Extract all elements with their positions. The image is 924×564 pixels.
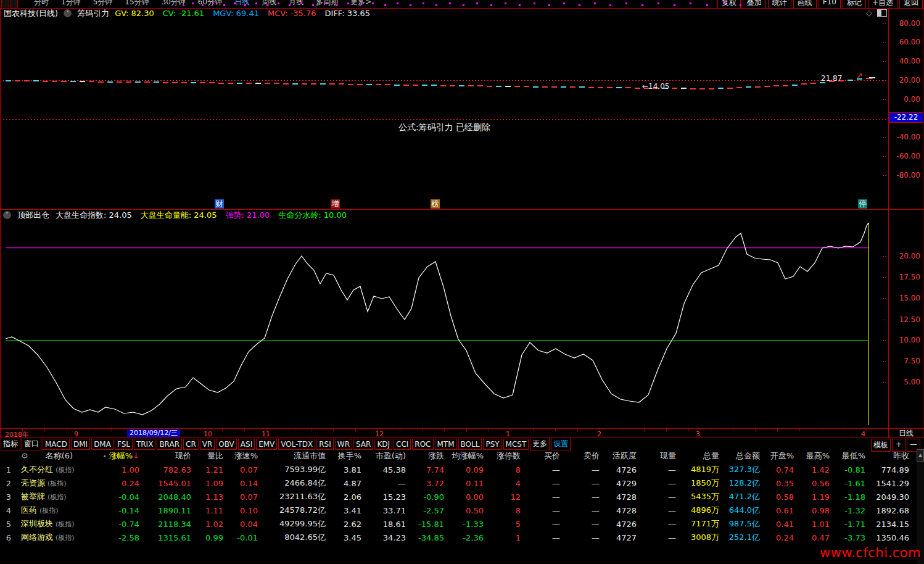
toolbar-button[interactable]: 画线: [793, 0, 817, 8]
header-买价[interactable]: 买价: [527, 449, 566, 463]
indicator-name[interactable]: 筹码引力: [77, 8, 109, 19]
event-badge[interactable]: 财: [215, 199, 224, 209]
indicator2-name[interactable]: 顶部出仓: [17, 210, 49, 221]
toolbar-icon[interactable]: [10, 0, 18, 7]
gear-icon[interactable]: ⚙: [21, 451, 28, 460]
header-总金额[interactable]: 总金额: [725, 449, 766, 463]
stock-name-cell[interactable]: 壳资源(板指): [17, 476, 97, 490]
toolbar-icon[interactable]: [1, 0, 9, 7]
stock-name-cell[interactable]: 被举牌(板指): [17, 490, 97, 504]
tab-fsl[interactable]: FSL: [115, 439, 133, 450]
tab-指标[interactable]: 指标: [1, 438, 20, 450]
toolbar-button[interactable]: 返回: [899, 0, 923, 8]
header-涨跌[interactable]: 涨跌: [412, 449, 450, 463]
header-市盈(动)[interactable]: 市盈(动): [368, 449, 412, 463]
life-index-chart-panel[interactable]: [1, 221, 888, 428]
header-现价[interactable]: 现价: [146, 449, 197, 463]
tab-vr[interactable]: VR: [200, 439, 215, 450]
header-均涨幅%[interactable]: 均涨幅%: [450, 449, 490, 463]
indicator-dropdown-icon[interactable]: ˅: [64, 9, 72, 17]
header-量比[interactable]: 量比: [197, 449, 229, 463]
period-tab[interactable]: 1分钟: [61, 0, 81, 7]
toolbar-button[interactable]: 复权: [717, 0, 741, 8]
period-tab[interactable]: 多周期: [316, 0, 338, 7]
header-name[interactable]: ⚙名称(6): [17, 449, 97, 463]
period-tab[interactable]: 更多>: [350, 0, 371, 7]
table-row[interactable]: 6网络游戏(板指)-2.581315.610.99-0.018042.65亿3.…: [0, 531, 915, 544]
header-最高%[interactable]: 最高%: [800, 449, 836, 463]
stock-name-cell[interactable]: 久不分红(板指): [17, 463, 97, 476]
period-tab[interactable]: 15分钟: [125, 0, 149, 7]
header-开盘%[interactable]: 开盘%: [766, 449, 800, 463]
period-tab[interactable]: 60分钟: [198, 0, 222, 7]
data-cell: —: [527, 490, 566, 504]
event-badge[interactable]: 增: [331, 199, 340, 209]
tab-mtm[interactable]: MTM: [435, 439, 457, 450]
tab-rsi[interactable]: RSI: [316, 439, 334, 450]
stock-name: 深圳板块: [21, 519, 53, 528]
tab-wr[interactable]: WR: [335, 439, 352, 450]
table-row[interactable]: 1久不分红(板指)1.00782.631.210.077593.99亿3.814…: [0, 463, 915, 476]
magenta-dot: [505, 2, 506, 4]
tab-psy[interactable]: PSY: [483, 439, 501, 450]
tab-boll[interactable]: BOLL: [458, 439, 482, 450]
period-tab[interactable]: 分时: [34, 0, 49, 7]
indicator-dropdown-icon[interactable]: ˅: [3, 211, 11, 219]
header-name-label: 名称(6): [46, 451, 73, 460]
header-昨收[interactable]: 昨收: [872, 449, 915, 463]
stock-name-cell[interactable]: 深圳板块(板指): [17, 517, 97, 531]
event-badge[interactable]: 榜: [431, 199, 440, 209]
tab-mcst[interactable]: MCST: [503, 439, 529, 450]
tab-kdj[interactable]: KDJ: [374, 439, 392, 450]
tab-窗口[interactable]: 窗口: [22, 438, 41, 450]
header-现量[interactable]: 现量: [643, 449, 682, 463]
period-tab[interactable]: 周线: [262, 0, 276, 7]
header-涨停数[interactable]: 涨停数: [490, 449, 527, 463]
tab-dmi[interactable]: DMI: [71, 439, 90, 450]
period-tab[interactable]: 5分钟: [93, 0, 113, 7]
tab-sar[interactable]: SAR: [353, 439, 373, 450]
header-涨幅%[interactable]: •涨幅%↓: [97, 449, 146, 463]
tab-asi[interactable]: ASI: [238, 439, 255, 450]
tab-macd[interactable]: MACD: [43, 439, 70, 450]
tab-dma[interactable]: DMA: [91, 439, 113, 450]
stock-tag: (板指): [39, 507, 59, 515]
toolbar-button[interactable]: F10: [819, 0, 841, 8]
tab-cr[interactable]: CR: [183, 439, 199, 450]
header-活跃度[interactable]: 活跃度: [606, 449, 643, 463]
toolbar-button[interactable]: 叠加: [743, 0, 766, 8]
header-涨速%[interactable]: 涨速%: [229, 449, 264, 463]
main-chart-panel[interactable]: 公式:筹码引力 已经删除 ←14.05 21.87 ↗ 财增榜停: [1, 19, 888, 209]
tab-更多[interactable]: 更多: [530, 438, 550, 450]
event-badge[interactable]: 停: [858, 199, 867, 209]
scroll-up-icon[interactable]: ▲: [917, 449, 924, 462]
period-tab[interactable]: 30分钟: [162, 0, 186, 7]
table-row[interactable]: 5深圳板块(板指)-0.742118.341.020.0449299.95亿2.…: [0, 517, 915, 531]
period-tab[interactable]: 日线: [234, 0, 249, 7]
tab-设置[interactable]: 设置: [551, 438, 571, 450]
split-window-icon[interactable]: [877, 9, 887, 17]
tab-trix[interactable]: TRIX: [134, 439, 155, 450]
header-换手%[interactable]: 换手%: [332, 449, 368, 463]
stock-name-cell[interactable]: 医药(板指): [17, 504, 97, 517]
tab-obv[interactable]: OBV: [216, 439, 237, 450]
table-row[interactable]: 4医药(板指)-0.141890.111.110.1024578.72亿3.41…: [0, 504, 915, 517]
header-卖价[interactable]: 卖价: [566, 449, 606, 463]
diamond-icon[interactable]: ◇: [866, 9, 872, 17]
header-流通市值[interactable]: 流通市值: [264, 449, 332, 463]
toolbar-button[interactable]: 标记: [843, 0, 866, 8]
header-总量[interactable]: 总量: [682, 449, 725, 463]
tab-emv[interactable]: EMV: [256, 439, 277, 450]
tab-brar[interactable]: BRAR: [157, 439, 182, 450]
tab-cci[interactable]: CCI: [394, 439, 411, 450]
header-最低%[interactable]: 最低%: [836, 449, 872, 463]
tab-roc[interactable]: ROC: [412, 439, 433, 450]
table-row[interactable]: 3被举牌(板指)-0.042048.401.130.0723211.63亿2.0…: [0, 490, 915, 504]
data-cell: 0.07: [229, 463, 264, 476]
toolbar-button[interactable]: 统计: [768, 0, 791, 8]
toolbar-button[interactable]: +自选: [868, 0, 897, 8]
table-row[interactable]: 2壳资源(板指)0.241545.011.090.142466.84亿4.87—…: [0, 476, 915, 490]
y-axis-label: 15.00: [899, 294, 920, 302]
stock-name-cell[interactable]: 网络游戏(板指): [17, 531, 97, 544]
tab-vol-tdx[interactable]: VOL-TDX: [278, 439, 315, 450]
